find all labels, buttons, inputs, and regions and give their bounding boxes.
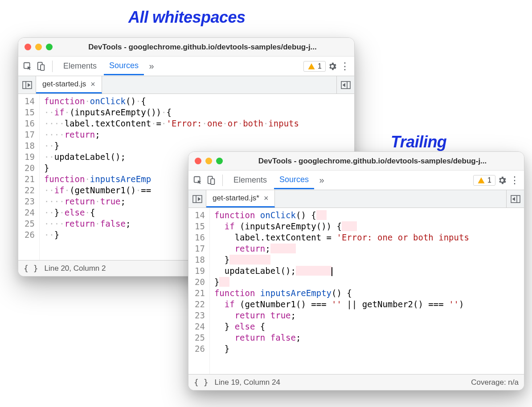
zoom-window-button[interactable]	[216, 158, 223, 164]
device-toolbar-icon[interactable]	[205, 175, 217, 186]
pretty-print-icon[interactable]: { }	[24, 264, 38, 273]
inspect-icon[interactable]	[192, 175, 204, 186]
cursor-position: Line 19, Column 24	[215, 378, 280, 387]
file-tab-label: get-started.js	[42, 80, 86, 89]
close-window-button[interactable]	[195, 158, 201, 164]
gear-icon[interactable]	[327, 61, 337, 71]
line-gutter: 14 15 16 17 18 19 20 21 22 23 24 25 26	[18, 94, 40, 260]
code-editor[interactable]: 14 15 16 17 18 19 20 21 22 23 24 25 26 f…	[188, 208, 524, 374]
svg-marker-5	[28, 84, 30, 86]
zoom-window-button[interactable]	[46, 44, 53, 50]
tab-sources[interactable]: Sources	[274, 171, 314, 189]
coverage-status: Coverage: n/a	[471, 378, 519, 387]
gear-icon[interactable]	[497, 175, 507, 185]
warning-count: 1	[318, 62, 322, 70]
kebab-menu-icon[interactable]: ⋮	[509, 175, 520, 186]
file-tab-bar: get-started.js* ×	[188, 190, 524, 208]
close-tab-icon[interactable]: ×	[264, 194, 269, 203]
code-content: function onClick() { if (inputsAreEmpty(…	[210, 208, 469, 374]
minimize-window-button[interactable]	[205, 158, 212, 164]
navigator-toggle-icon[interactable]	[18, 76, 36, 94]
svg-marker-14	[198, 198, 200, 200]
svg-marker-8	[343, 84, 345, 86]
traffic-lights	[195, 158, 223, 164]
label-trailing: Trailing	[391, 133, 446, 151]
tab-elements[interactable]: Elements	[58, 58, 102, 74]
pretty-print-icon[interactable]: { }	[194, 378, 209, 387]
file-tab[interactable]: get-started.js ×	[36, 76, 102, 94]
svg-marker-17	[513, 198, 515, 200]
traffic-lights	[25, 44, 53, 50]
cursor-position: Line 20, Column 2	[45, 264, 106, 273]
svg-rect-2	[41, 65, 44, 70]
minimize-window-button[interactable]	[35, 44, 42, 50]
titlebar: DevTools - googlechrome.github.io/devtoo…	[18, 38, 354, 57]
warnings-badge[interactable]: 1	[473, 175, 495, 186]
file-tab-label: get-started.js*	[213, 194, 259, 203]
sidebar-toggle-icon[interactable]	[506, 190, 524, 208]
device-toolbar-icon[interactable]	[35, 61, 47, 72]
tab-sources[interactable]: Sources	[104, 57, 144, 75]
devtools-toolbar: Elements Sources » 1 ⋮	[188, 171, 524, 190]
svg-rect-11	[211, 179, 214, 184]
warning-count: 1	[487, 176, 491, 184]
close-window-button[interactable]	[25, 44, 31, 50]
more-tabs-icon[interactable]: »	[316, 175, 327, 186]
sidebar-toggle-icon[interactable]	[336, 76, 354, 94]
status-bar: { } Line 19, Column 24 Coverage: n/a	[188, 374, 524, 390]
warnings-badge[interactable]: 1	[303, 61, 326, 72]
devtools-toolbar: Elements Sources » 1 ⋮	[18, 57, 354, 76]
line-gutter: 14 15 16 17 18 19 20 21 22 23 24 25 26	[188, 208, 210, 374]
tab-elements[interactable]: Elements	[228, 172, 272, 188]
more-tabs-icon[interactable]: »	[146, 61, 157, 72]
titlebar: DevTools - googlechrome.github.io/devtoo…	[188, 152, 524, 171]
file-tab[interactable]: get-started.js* ×	[206, 190, 275, 208]
window-title: DevTools - googlechrome.github.io/devtoo…	[57, 43, 348, 52]
window-title: DevTools - googlechrome.github.io/devtoo…	[227, 157, 518, 166]
kebab-menu-icon[interactable]: ⋮	[339, 61, 351, 72]
inspect-icon[interactable]	[22, 61, 33, 72]
file-tab-bar: get-started.js ×	[18, 76, 354, 94]
label-all-whitespaces: All whitespaces	[128, 8, 246, 27]
navigator-toggle-icon[interactable]	[188, 190, 206, 208]
devtools-window-2: DevTools - googlechrome.github.io/devtoo…	[188, 151, 524, 391]
close-tab-icon[interactable]: ×	[90, 80, 95, 89]
